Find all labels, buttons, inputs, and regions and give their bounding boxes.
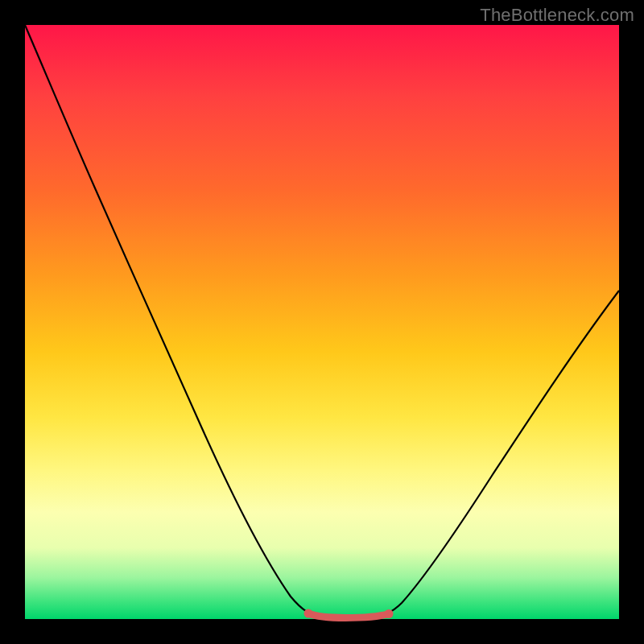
highlight-right-cap — [385, 609, 394, 618]
curve-layer — [25, 25, 619, 619]
plot-area — [25, 25, 619, 619]
watermark-text: TheBottleneck.com — [480, 5, 634, 26]
chart-frame: TheBottleneck.com — [0, 0, 644, 644]
main-curve — [25, 25, 619, 617]
highlight-left-cap — [304, 609, 313, 618]
bottom-highlight — [308, 613, 389, 618]
